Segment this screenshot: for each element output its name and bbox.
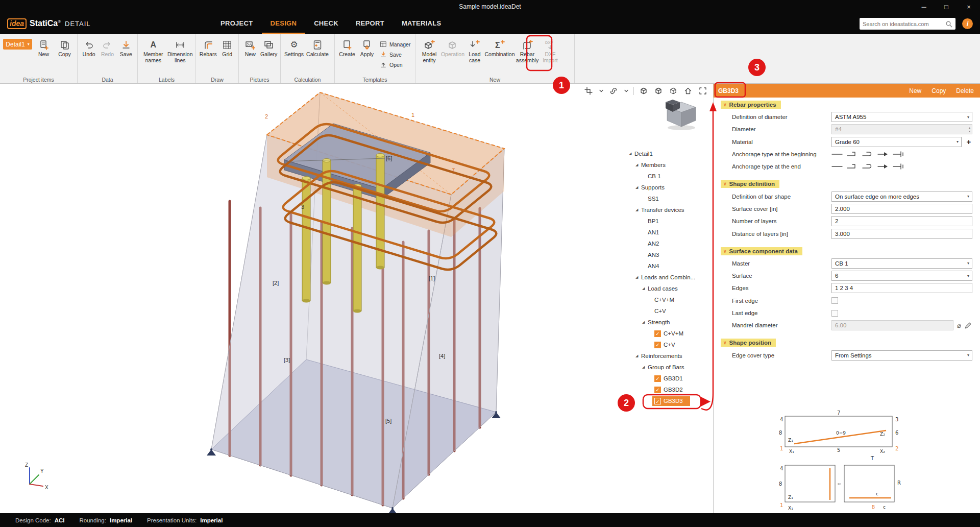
scene-3d-model[interactable]: 2 1 7 3 [6] [2] [1] [3] [4] [5] Z Y X	[0, 84, 713, 513]
rebar-assembly-button[interactable]: Rebar assembly	[514, 36, 540, 64]
chevron-down-icon[interactable]	[623, 86, 629, 96]
tab-check[interactable]: CHECK	[305, 13, 347, 34]
tree-item-gb3d2[interactable]: ✓GB3D2	[629, 384, 712, 395]
tree-item-detail1[interactable]: ◢Detail1	[629, 148, 712, 159]
expander-icon[interactable]: ◢	[629, 152, 634, 156]
link-icon[interactable]	[608, 86, 619, 96]
anchorage-head-icon[interactable]	[893, 163, 904, 170]
expander-icon[interactable]: ◢	[635, 275, 641, 279]
delete-rebar-button[interactable]: Delete	[956, 87, 974, 94]
fit-view-icon[interactable]	[698, 86, 708, 96]
home-view-icon[interactable]	[683, 86, 693, 96]
tree-item-an2[interactable]: AN2	[629, 238, 712, 249]
section-shape-position[interactable]: ∨Shape position	[721, 339, 980, 347]
copy-project-item-button[interactable]: Copy	[54, 36, 75, 58]
anchorage-head-icon[interactable]	[893, 151, 904, 157]
distance-of-layers-input[interactable]: 3.000	[831, 229, 972, 239]
tree-item-cvm[interactable]: C+V+M	[629, 294, 712, 305]
expander-icon[interactable]: ◢	[635, 354, 641, 358]
checkbox-checked[interactable]: ✓	[654, 330, 661, 337]
number-of-layers-input[interactable]: 2	[831, 216, 972, 226]
tab-project[interactable]: PROJECT	[212, 13, 262, 34]
rebars-button[interactable]: Rebars	[198, 36, 218, 58]
tree-item-cb1[interactable]: CB 1	[629, 171, 712, 182]
settings-button[interactable]: ⚙ Settings	[283, 36, 305, 58]
tree-item-an1[interactable]: AN1	[629, 227, 712, 238]
gallery-button[interactable]: Gallery	[260, 36, 279, 58]
create-template-button[interactable]: Create	[337, 36, 357, 58]
operation-button[interactable]: Operation	[441, 36, 464, 58]
tree-item-an3[interactable]: AN3	[629, 249, 712, 260]
anchorage-hook180-icon[interactable]	[862, 151, 873, 157]
edge-cover-type-select[interactable]: From Settings▾	[831, 350, 972, 361]
new-project-item-button[interactable]: New	[33, 36, 54, 58]
expander-icon[interactable]: ◢	[635, 185, 641, 189]
tree-item-members[interactable]: ◢Members	[629, 159, 712, 171]
tree-item-gb3d3-selected[interactable]: ✓GB3D3	[629, 395, 712, 406]
section-surface-component-data[interactable]: ∨Surface component data	[721, 247, 980, 255]
tree-item-supports[interactable]: ◢Supports	[629, 182, 712, 193]
checkbox-checked[interactable]: ✓	[654, 375, 661, 382]
redo-button[interactable]: Redo	[98, 36, 116, 58]
tree-item-ss1[interactable]: SS1	[629, 193, 712, 204]
tree-item-an4[interactable]: AN4	[629, 260, 712, 272]
anchorage-straight-icon[interactable]	[831, 151, 843, 157]
calculate-button[interactable]: Calculate	[305, 36, 330, 58]
tree-item-reinforcements[interactable]: ◢Reinforcements	[629, 350, 712, 362]
undo-button[interactable]: Undo	[80, 36, 98, 58]
new-picture-button[interactable]: New	[241, 36, 260, 58]
surface-select[interactable]: 6▾	[831, 271, 972, 281]
member-names-button[interactable]: A Member names	[140, 36, 167, 64]
checkbox-checked[interactable]: ✓	[654, 398, 661, 404]
tab-design[interactable]: DESIGN	[262, 13, 306, 34]
info-icon[interactable]: i	[962, 18, 973, 29]
apply-template-button[interactable]: Apply	[357, 36, 377, 58]
spinner-icon[interactable]: ▴▾	[969, 126, 970, 133]
template-save-button[interactable]: Save	[380, 51, 410, 58]
tree-item-group-of-bars[interactable]: ◢Group of Bars	[629, 362, 712, 373]
tree-item-bp1[interactable]: BP1	[629, 215, 712, 227]
surface-cover-input[interactable]: 2.000	[831, 204, 972, 214]
transparent-view-icon[interactable]	[653, 86, 664, 96]
viewport-3d[interactable]: 2 1 7 3 [6] [2] [1] [3] [4] [5] Z Y X	[0, 84, 713, 513]
last-edge-checkbox[interactable]	[831, 310, 838, 317]
edges-input[interactable]: 1 2 3 4	[831, 283, 972, 293]
tab-materials[interactable]: MATERIALS	[393, 13, 450, 34]
minimize-button[interactable]: ─	[913, 0, 935, 13]
expander-icon[interactable]: ◢	[642, 320, 648, 324]
model-entity-button[interactable]: Model entity	[418, 36, 441, 64]
copy-rebar-button[interactable]: Copy	[932, 87, 946, 94]
maximize-button[interactable]: □	[935, 0, 958, 13]
tree-item-loads[interactable]: ◢Loads and Combin...	[629, 272, 712, 283]
add-material-button[interactable]: +	[965, 137, 972, 146]
expander-icon[interactable]: ◢	[642, 365, 648, 369]
detail-selector-button[interactable]: Detail1 ▾	[3, 39, 32, 50]
template-manager-button[interactable]: Manager	[380, 41, 410, 48]
section-rebar-properties[interactable]: ∨Rebar properties	[721, 101, 980, 109]
first-edge-checkbox[interactable]	[831, 297, 838, 304]
tree-item-transfer-devices[interactable]: ◢Transfer devices	[629, 204, 712, 215]
checkbox-checked[interactable]: ✓	[654, 387, 661, 393]
anchorage-bend-icon[interactable]	[877, 163, 889, 170]
tree-item-strength[interactable]: ◢Strength	[629, 317, 712, 328]
combination-button[interactable]: Σ Combination	[485, 36, 514, 58]
dimension-lines-button[interactable]: Dimension lines	[167, 36, 194, 64]
close-button[interactable]: ×	[958, 0, 980, 13]
save-button[interactable]: Save	[117, 36, 135, 58]
dxf-import-button[interactable]: DXF DXF import	[540, 36, 560, 64]
bar-shape-select[interactable]: On surface edge on more edges▾	[831, 191, 972, 202]
tree-item-gb3d1[interactable]: ✓GB3D1	[629, 373, 712, 384]
anchorage-hook90-icon[interactable]	[847, 163, 858, 170]
definition-of-diameter-select[interactable]: ASTM A955▾	[831, 112, 972, 122]
wireframe-view-icon[interactable]	[668, 86, 678, 96]
expander-icon[interactable]: ◢	[642, 286, 648, 291]
search-icon[interactable]	[945, 20, 952, 28]
clip-icon[interactable]	[583, 86, 594, 96]
material-select[interactable]: Grade 60▾	[831, 137, 962, 147]
tree-item-cv[interactable]: C+V	[629, 305, 712, 317]
tab-report[interactable]: REPORT	[347, 13, 393, 34]
grid-button[interactable]: Grid	[218, 36, 236, 58]
template-open-button[interactable]: Open	[380, 61, 410, 68]
navigation-cube[interactable]	[662, 98, 701, 134]
tree-item-strength-cv[interactable]: ✓C+V	[629, 339, 712, 350]
